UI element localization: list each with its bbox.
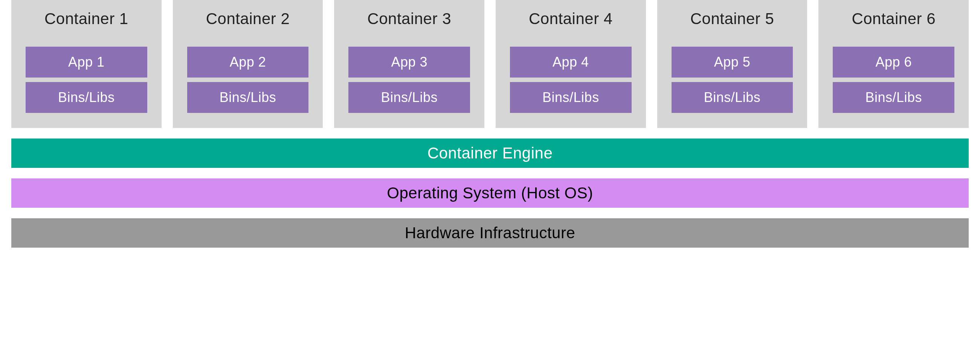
container-title: Container 6 <box>851 10 935 28</box>
app-block: App 2 <box>187 47 309 78</box>
app-block: App 6 <box>833 47 955 78</box>
bins-libs-block: Bins/Libs <box>187 82 309 113</box>
app-block: App 1 <box>25 47 147 78</box>
container-architecture-diagram: Container 1 App 1 Bins/Libs Container 2 … <box>0 0 980 248</box>
bins-libs-block: Bins/Libs <box>348 82 470 113</box>
container-title: Container 3 <box>367 10 451 28</box>
container-3: Container 3 App 3 Bins/Libs <box>334 0 484 128</box>
app-block: App 3 <box>348 47 470 78</box>
container-5: Container 5 App 5 Bins/Libs <box>657 0 808 128</box>
bins-libs-block: Bins/Libs <box>510 82 632 113</box>
container-4: Container 4 App 4 Bins/Libs <box>496 0 646 128</box>
containers-row: Container 1 App 1 Bins/Libs Container 2 … <box>11 0 969 128</box>
container-6: Container 6 App 6 Bins/Libs <box>818 0 969 128</box>
bins-libs-block: Bins/Libs <box>25 82 147 113</box>
container-title: Container 4 <box>529 10 613 28</box>
app-block: App 4 <box>510 47 632 78</box>
container-title: Container 1 <box>45 10 129 28</box>
hardware-infrastructure-layer: Hardware Infrastructure <box>11 218 969 248</box>
container-title: Container 2 <box>206 10 290 28</box>
container-engine-layer: Container Engine <box>11 138 969 168</box>
bins-libs-block: Bins/Libs <box>833 82 955 113</box>
bins-libs-block: Bins/Libs <box>671 82 793 113</box>
container-title: Container 5 <box>690 10 774 28</box>
container-1: Container 1 App 1 Bins/Libs <box>11 0 162 128</box>
app-block: App 5 <box>671 47 793 78</box>
container-2: Container 2 App 2 Bins/Libs <box>173 0 323 128</box>
operating-system-layer: Operating System (Host OS) <box>11 178 969 208</box>
